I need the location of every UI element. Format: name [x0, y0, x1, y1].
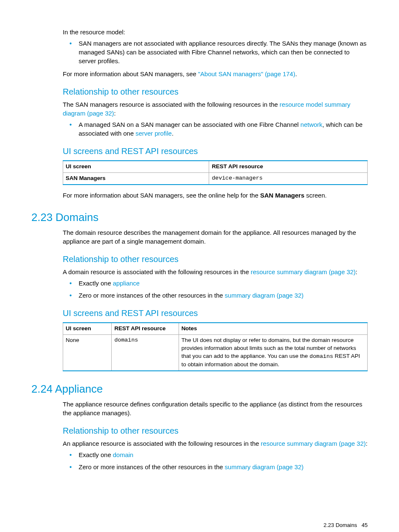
- cell: domains: [112, 335, 179, 371]
- server-profile-link[interactable]: server profile: [136, 130, 172, 137]
- text: screen.: [304, 192, 327, 199]
- intro-text: In the resource model:: [63, 28, 368, 36]
- list-item: Exactly one appliance: [79, 279, 368, 288]
- resource-summary-link[interactable]: resource summary diagram (page 32): [261, 440, 366, 447]
- cell: SAN Managers: [66, 175, 105, 181]
- resource-summary-link[interactable]: resource summary diagram (page 32): [251, 268, 356, 275]
- col-rest-api: REST API resource: [112, 323, 179, 334]
- paragraph: The domain resource describes the manage…: [63, 228, 368, 246]
- cell: device-managers: [209, 172, 368, 184]
- ui-rest-heading: UI screens and REST API resources: [63, 307, 368, 319]
- relationship-heading: Relationship to other resources: [63, 425, 368, 437]
- ui-rest-table: UI screen REST API resource SAN Managers…: [63, 160, 368, 185]
- paragraph: An appliance resource is associated with…: [63, 439, 368, 448]
- list-item: Zero or more instances of the other reso…: [79, 463, 368, 471]
- text: A managed SAN on a SAN manager can be as…: [79, 121, 300, 128]
- table-row: None domains The UI does not display or …: [63, 335, 368, 371]
- text: For more information about SAN managers,…: [63, 192, 260, 199]
- paragraph: A domain resource is associated with the…: [63, 267, 368, 276]
- text: Zero or more instances of the other reso…: [79, 292, 225, 299]
- text: The SAN managers resource is associated …: [63, 101, 280, 108]
- text: Exactly one: [79, 280, 113, 287]
- text: Zero or more instances of the other reso…: [79, 463, 225, 470]
- text: An appliance resource is associated with…: [63, 440, 261, 447]
- text: A domain resource is associated with the…: [63, 268, 251, 275]
- col-ui-screen: UI screen: [63, 323, 112, 334]
- summary-diagram-link[interactable]: summary diagram (page 32): [225, 292, 303, 299]
- appliance-link[interactable]: appliance: [113, 280, 140, 287]
- paragraph: For more information about SAN managers,…: [63, 191, 368, 200]
- relationship-heading: Relationship to other resources: [63, 253, 368, 265]
- about-san-managers-link[interactable]: "About SAN managers" (page 174): [198, 70, 295, 77]
- domain-link[interactable]: domain: [113, 451, 133, 458]
- relationship-heading: Relationship to other resources: [63, 86, 368, 98]
- paragraph: The SAN managers resource is associated …: [63, 100, 368, 118]
- list-item: A managed SAN on a SAN manager can be as…: [79, 120, 368, 138]
- text: For more information about SAN managers,…: [63, 70, 198, 77]
- col-notes: Notes: [179, 323, 367, 334]
- cell: None: [63, 335, 112, 371]
- text: :: [366, 440, 368, 447]
- list-item: Zero or more instances of the other reso…: [79, 291, 368, 300]
- text: :: [114, 110, 116, 117]
- table-row: SAN Managers device-managers: [63, 172, 368, 184]
- section-domains-heading: 2.23 Domains: [31, 210, 368, 225]
- list-item: SAN managers are not associated with app…: [79, 39, 368, 65]
- mono-text: domains: [309, 353, 333, 360]
- ui-rest-table-domains: UI screen REST API resource Notes None d…: [63, 322, 368, 371]
- text: .: [295, 70, 297, 77]
- text: Exactly one: [79, 451, 113, 458]
- text: .: [172, 130, 174, 137]
- cell: The UI does not display or refer to doma…: [179, 335, 367, 371]
- paragraph: The appliance resource defines configura…: [63, 400, 368, 417]
- summary-diagram-link[interactable]: summary diagram (page 32): [225, 463, 303, 470]
- bold-text: SAN Managers: [260, 192, 304, 199]
- text: :: [356, 268, 357, 275]
- list-item: Exactly one domain: [79, 450, 368, 459]
- footer-page: 45: [362, 522, 368, 528]
- col-rest-api: REST API resource: [209, 161, 368, 172]
- ui-rest-heading: UI screens and REST API resources: [63, 145, 368, 157]
- page-footer: 2.23 Domains 45: [31, 522, 368, 529]
- section-appliance-heading: 2.24 Appliance: [31, 381, 368, 396]
- col-ui-screen: UI screen: [63, 161, 209, 172]
- paragraph: For more information about SAN managers,…: [63, 69, 368, 78]
- footer-section: 2.23 Domains: [323, 522, 357, 528]
- network-link[interactable]: network: [300, 121, 322, 128]
